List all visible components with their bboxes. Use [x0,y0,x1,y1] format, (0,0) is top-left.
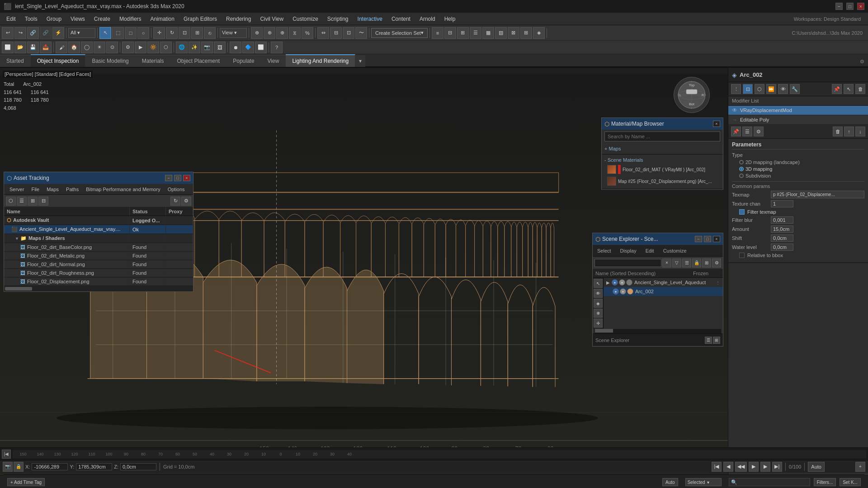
render-btn[interactable]: ▶ [135,42,146,53]
auto-key-btn[interactable]: Auto [662,478,678,486]
light-button[interactable]: ☀ [94,42,105,53]
at-grid-btn[interactable]: ⊞ [28,197,38,206]
at-menu-options[interactable]: Options [164,186,189,193]
mb-scene-materials-toggle[interactable]: - Scene Materials [604,156,720,164]
rp-motion-btn[interactable]: ⏩ [766,84,776,94]
coord-z-value[interactable]: 0,0cm [120,463,156,470]
filter-texmap-checkbox[interactable] [739,209,745,215]
open-button[interactable]: 📂 [14,42,26,53]
at-scrollbar[interactable] [4,286,193,291]
snap3-button[interactable]: ⊕ [276,27,288,39]
scale-button[interactable]: ⊡ [179,27,190,39]
se-lock-btn[interactable]: 🔒 [692,258,701,267]
at-menu-bitmap-perf[interactable]: Bitmap Performance and Memory [82,186,164,193]
spinner-snap[interactable]: ⧖ [289,27,301,39]
undo-button[interactable]: ↩ [2,27,14,39]
rp-modifier-btn[interactable]: ⊡ [743,84,753,94]
layer5-button[interactable]: ▦ [482,27,494,39]
effects-btn[interactable]: ✨ [189,42,200,53]
snap2-button[interactable]: ⊕ [264,27,275,39]
layer9-button[interactable]: ◈ [533,27,545,39]
se-settings-btn[interactable]: ⚙ [712,258,721,267]
relative-bbox-checkbox[interactable] [739,253,745,258]
menu-views[interactable]: Views [66,14,90,24]
mb-item-2[interactable]: Map #25 (Floor_02_Displacement.png) [Arc… [604,175,720,187]
texture-chan-value[interactable]: 1 [771,200,793,207]
menu-modifiers[interactable]: Modifiers [115,14,146,24]
se-tab-customize[interactable]: Customize [660,247,689,254]
render3-btn[interactable]: ⬡ [160,42,172,53]
rp-hierarchy-btn[interactable]: ⋮ [731,84,741,94]
view-img[interactable]: 🖼 [214,42,226,53]
save-button[interactable]: 💾 [27,42,39,53]
layer4-button[interactable]: ☰ [470,27,481,39]
new-button[interactable]: ⬜ [2,42,14,53]
link-button[interactable]: 🔗 [27,27,39,39]
render-setup[interactable]: ⚙ [122,42,134,53]
import-button[interactable]: 📥 [40,42,52,53]
at-vault-btn[interactable]: ⬡ [6,197,16,206]
at-refresh-btn[interactable]: ↻ [170,197,180,206]
coord-x-value[interactable]: -10666,289 [32,463,68,470]
at-menu-file[interactable]: File [28,186,43,193]
se-item-arc002[interactable]: ● ● Arc_002 [604,287,723,296]
at-settings-btn[interactable]: ⚙ [181,197,191,206]
rp-utility-btn[interactable]: 🔧 [790,84,800,94]
env-btn[interactable]: 🌐 [176,42,188,53]
se-tab-select[interactable]: Select [594,247,614,254]
mod-delete-btn[interactable]: 🗑 [833,127,843,136]
view-dropdown[interactable]: View ▾ [220,28,247,38]
menu-content[interactable]: Content [387,14,415,24]
type-subdiv-option[interactable]: Subdivision [739,173,864,178]
anim-camera-btn[interactable]: 📷 [3,462,13,472]
rp-geometry-btn[interactable]: ⬡ [755,84,764,94]
se-tab-edit[interactable]: Edit [643,247,657,254]
menu-rendering[interactable]: Rendering [222,14,255,24]
at-row-normal[interactable]: 🖼Floor_02_dirt_Normal.png Found [4,260,193,269]
align2-button[interactable]: ⊡ [343,27,354,39]
tab-lighting-rendering[interactable]: Lighting And Rendering [286,54,355,67]
bind-button[interactable]: ⚡ [52,27,64,39]
rotate-button[interactable]: ↻ [166,27,178,39]
menu-customize[interactable]: Customize [288,14,323,24]
menu-arnold[interactable]: Arnold [415,14,440,24]
mirror-button[interactable]: ⇔ [317,27,329,39]
mod-down-btn[interactable]: ↓ [855,127,865,136]
obj2-button[interactable]: 🏠 [68,42,80,53]
se-bottom-btn-1[interactable]: ☰ [705,337,712,344]
se-horizontal-scrollbar[interactable] [594,329,721,333]
align-button[interactable]: ⊟ [330,27,342,39]
at-row-displacement[interactable]: 🖼Floor_02_Displacement.png Found [4,277,193,286]
timeline-track[interactable]: 150 140 130 120 110 100 90 80 70 60 50 4… [13,450,866,458]
menu-help[interactable]: Help [440,14,460,24]
mod-pin-btn[interactable]: 📌 [731,127,741,136]
at-menu-server[interactable]: Server [6,186,28,193]
tab-object-placement[interactable]: Object Placement [170,55,226,67]
at-row-basecolor[interactable]: 🖼Floor_02_dirt_BaseColor.png Found [4,243,193,252]
time-config-btn[interactable]: Auto [808,462,825,472]
tab-more[interactable]: ▾ [355,55,365,67]
anim-play-back[interactable]: ◀◀ [735,462,747,472]
water-level-value[interactable]: 0,0cm [771,244,793,251]
menu-create[interactable]: Create [90,14,115,24]
help-btn2[interactable]: ? [271,42,283,53]
rp-pin-btn[interactable]: 📌 [832,84,842,94]
at-list-btn[interactable]: ☰ [17,197,27,206]
at-row-vault[interactable]: ⬡Autodesk Vault Logged O... [4,216,193,225]
search-bar[interactable]: 🔍 [729,478,810,486]
anim-next-frame[interactable]: ▶ [760,462,770,472]
layer8-button[interactable]: ⊞ [520,27,532,39]
tab-populate[interactable]: Populate [226,55,261,67]
se-item-root[interactable]: ▶ ● ● Ancient_Single_Level_Aqueduct ⋮ [604,278,723,287]
navigation-gizmo[interactable]: Top Bot L R [674,77,710,113]
se-root-extra-btn[interactable]: ⋮ [716,280,720,285]
at-menu-maps[interactable]: Maps [43,186,62,193]
create-selection-set-button[interactable]: Create Selection Set ▾ [371,28,428,38]
at-row-roughness[interactable]: 🖼Floor_02_dirt_Roughness.png Found [4,269,193,277]
ipr-btn[interactable]: ⏺ [230,42,241,53]
anim-add-key[interactable]: + [855,462,865,472]
redo-button[interactable]: ↪ [14,27,26,39]
search-input[interactable] [739,480,808,485]
anim-goto-end[interactable]: ▶| [772,462,782,472]
se-filter-input[interactable] [594,259,661,267]
